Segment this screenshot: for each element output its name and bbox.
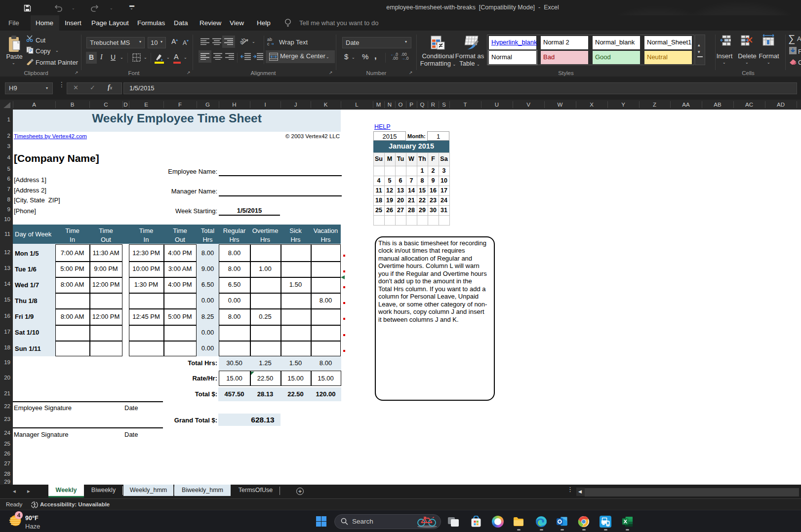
svg-text:ab: ab (240, 37, 247, 46)
svg-text:c: c (267, 41, 270, 46)
